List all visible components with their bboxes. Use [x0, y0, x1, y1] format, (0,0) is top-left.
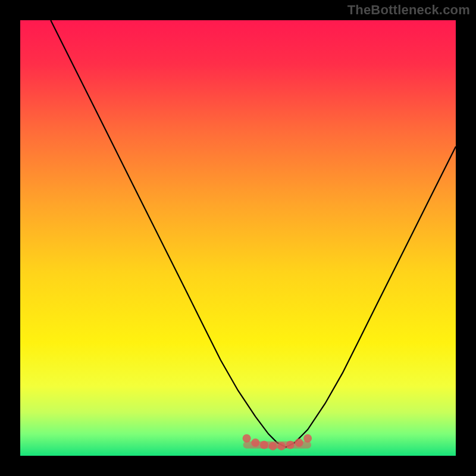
marker-dot: [269, 442, 277, 450]
marker-dot: [251, 439, 259, 447]
marker-dot: [286, 441, 295, 449]
marker-dot: [260, 441, 268, 449]
chart-svg: [20, 20, 456, 456]
marker-dot: [243, 434, 251, 443]
marker-dot: [295, 439, 303, 447]
marker-dot: [303, 434, 312, 443]
chart-frame: TheBottleneck.com: [0, 0, 476, 476]
watermark-text: TheBottleneck.com: [347, 2, 470, 18]
marker-dot: [277, 442, 286, 450]
plot-area: [20, 20, 456, 456]
